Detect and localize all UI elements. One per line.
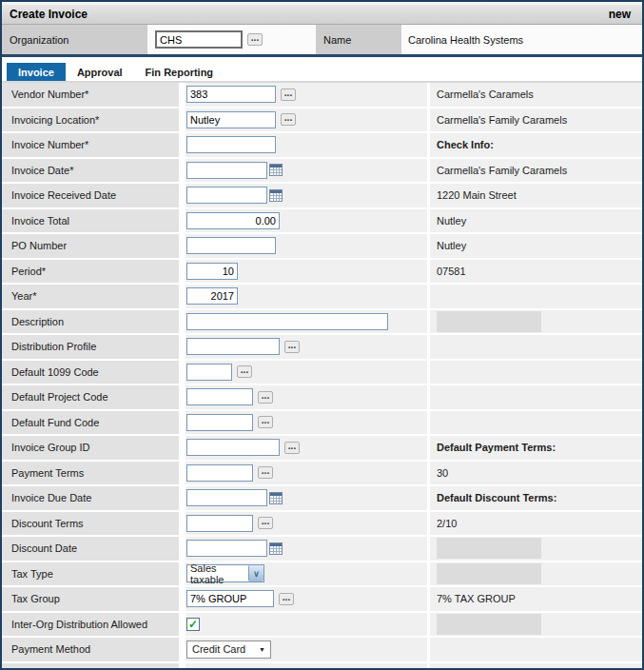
field-label: Invoice Received Date [2, 184, 179, 207]
payment-method-value: Credit Card [192, 643, 245, 655]
field-label: Invoice Date* [2, 159, 179, 183]
field-label: Period* [2, 260, 179, 284]
inter-org-checkbox[interactable]: ✓ [186, 618, 200, 631]
form-row: Distribution Profile ... [2, 335, 642, 361]
titlebar: Create Invoice new [2, 5, 642, 25]
tax-type-select[interactable]: Sales taxable ∨ [186, 564, 264, 582]
field-info-text: 07581 [437, 266, 466, 277]
calendar-icon[interactable] [269, 542, 283, 555]
checkmark-icon: ✓ [188, 619, 198, 630]
default-1099-code-lookup-button[interactable]: ... [237, 365, 252, 378]
field-label: Inter-Org Distribution Allowed [2, 613, 179, 637]
name-label: Name [316, 25, 401, 54]
tax-type-value: Sales taxable [187, 565, 248, 581]
page-title: Create Invoice [10, 8, 88, 21]
field-info-text: 1220 Main Street [437, 189, 517, 201]
payment-terms-lookup-button[interactable]: ... [258, 466, 273, 479]
default-fund-code-input[interactable] [186, 414, 253, 431]
tab-fin-reporting[interactable]: Fin Reporting [134, 63, 225, 81]
field-info-text: 7% TAX GROUP [437, 593, 516, 604]
calendar-icon[interactable] [269, 492, 283, 504]
form-row: PO Number Nutley [2, 234, 642, 260]
field-info-text: 2/10 [437, 518, 457, 529]
calendar-icon[interactable] [269, 164, 283, 176]
readonly-field-box [437, 311, 541, 332]
distribution-profile-lookup-button[interactable]: ... [284, 341, 300, 353]
distribution-profile-input[interactable] [186, 338, 280, 355]
invoice-received-date-input[interactable] [186, 187, 267, 204]
organization-input[interactable] [155, 30, 243, 49]
discount-date-input[interactable] [186, 540, 267, 557]
default-fund-code-lookup-button[interactable]: ... [258, 416, 273, 428]
invoicing-location-input[interactable] [186, 111, 276, 128]
po-number-input[interactable] [186, 237, 276, 254]
form-row: Discount Date [2, 537, 642, 562]
form-row: Discount Terms ... 2/10 [2, 512, 642, 538]
payment-terms-input[interactable] [186, 464, 253, 482]
dropdown-arrow-icon: ▼ [259, 646, 265, 653]
vendor-number-lookup-button[interactable]: ... [281, 89, 296, 101]
mode-badge: new [609, 8, 631, 21]
field-label: Invoice Total [2, 209, 179, 233]
field-info-text: Carmella's Family Caramels [437, 114, 567, 126]
form-row: Default 1099 Code ... [2, 361, 642, 386]
organization-label: Organization [2, 25, 147, 54]
field-info-text: Default Payment Terms: [437, 442, 556, 453]
create-invoice-window: Create Invoice new Organization ... Name… [0, 0, 644, 670]
invoice-group-id-input[interactable] [186, 439, 280, 456]
organization-lookup-button[interactable]: ... [247, 33, 263, 46]
field-label: Invoice Group ID [2, 436, 179, 460]
vendor-number-input[interactable] [186, 86, 276, 103]
discount-terms-lookup-button[interactable]: ... [258, 517, 273, 529]
form-row: Payment Terms ... 30 [2, 462, 642, 487]
organization-row: Organization ... Name Carolina Health Sy… [2, 25, 642, 54]
field-label: Payment Method [2, 638, 179, 661]
field-info-text: 30 [437, 467, 448, 479]
field-info-text: Carmella's Caramels [437, 89, 534, 100]
default-1099-code-input[interactable] [186, 364, 232, 381]
payment-method-select[interactable]: Credit Card ▼ [186, 640, 271, 659]
field-label: Invoicing Location* [2, 108, 179, 132]
field-label: Distribution Profile [2, 335, 179, 359]
tax-group-lookup-button[interactable]: ... [279, 593, 294, 605]
field-label: Default Fund Code [2, 411, 179, 435]
readonly-field-box [437, 538, 541, 559]
invoice-due-date-input[interactable] [186, 489, 267, 506]
form-row: Invoice Number* Check Info: [2, 133, 642, 159]
tab-approval[interactable]: Approval [66, 63, 134, 81]
form-row: Tax Group ... 7% TAX GROUP [2, 587, 642, 613]
form-row: Description [2, 310, 642, 336]
field-info-text: Default Discount Terms: [437, 492, 556, 503]
form-row: Invoice Due Date Default Discount Terms: [2, 486, 642, 512]
form-row: Invoicing Location* ... Carmella's Famil… [2, 108, 642, 134]
default-project-code-input[interactable] [186, 388, 253, 405]
invoice-group-id-lookup-button[interactable]: ... [284, 442, 300, 454]
field-label: Tax Type [2, 562, 179, 586]
default-project-code-lookup-button[interactable]: ... [258, 391, 273, 404]
tab-invoice[interactable]: Invoice [7, 63, 66, 81]
invoice-total-input[interactable] [186, 212, 280, 229]
tab-bar: Invoice Approval Fin Reporting [2, 57, 642, 83]
field-label: Default Project Code [2, 385, 179, 409]
field-label: Payment Terms [2, 462, 179, 485]
field-label: Tax Group [2, 587, 179, 611]
form-row: Default Project Code ... [2, 385, 642, 411]
tax-group-input[interactable] [186, 590, 274, 607]
form-row: Invoice Date* Carmella's Family Caramels [2, 159, 642, 185]
form-row: Invoice Received Date 1220 Main Street [2, 184, 642, 209]
year-input[interactable] [186, 287, 238, 305]
description-input[interactable] [186, 313, 388, 330]
invoice-date-input[interactable] [186, 162, 267, 179]
invoice-number-input[interactable] [186, 136, 276, 153]
discount-terms-input[interactable] [186, 515, 253, 532]
invoicing-location-lookup-button[interactable]: ... [281, 113, 296, 126]
calendar-icon[interactable] [269, 189, 283, 202]
form-row: Tax Type Sales taxable ∨ [2, 562, 642, 588]
form-row: Invoice Group ID ... Default Payment Ter… [2, 436, 642, 462]
field-label: Year* [2, 285, 179, 308]
dropdown-arrow-icon: ∨ [248, 565, 263, 581]
field-label: Discount Terms [2, 512, 179, 536]
form-filler [2, 663, 642, 669]
readonly-field-box [437, 563, 541, 584]
period-input[interactable] [186, 263, 238, 280]
